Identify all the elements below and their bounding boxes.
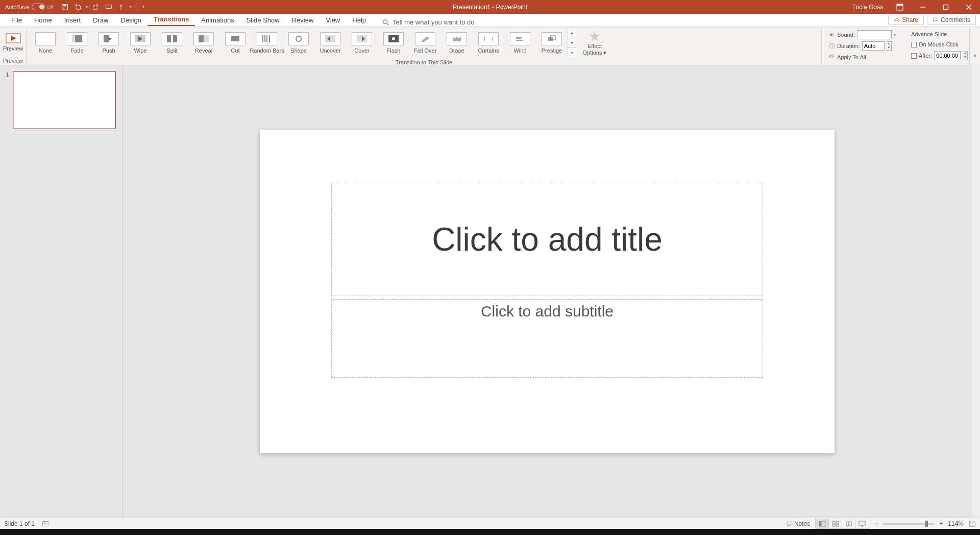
svg-marker-39	[590, 31, 600, 41]
title-placeholder[interactable]: Click to add title	[331, 183, 763, 296]
transition-wipe[interactable]: Wipe	[125, 28, 156, 58]
transition-fade[interactable]: Fade	[61, 28, 93, 58]
sound-control[interactable]: Sound: ▾	[829, 30, 896, 40]
transition-none[interactable]: None	[30, 28, 61, 58]
svg-rect-2	[106, 5, 111, 8]
svg-rect-7	[943, 5, 948, 9]
svg-rect-20	[167, 35, 171, 42]
on-mouse-click-checkbox[interactable]: On Mouse Click	[911, 39, 968, 50]
transition-shape[interactable]: Shape	[283, 28, 314, 58]
duration-control[interactable]: Duration: ▲▼	[829, 41, 896, 51]
comments-label: Comments	[941, 16, 970, 23]
vertical-scrollbar[interactable]	[972, 65, 980, 518]
apply-to-all-button[interactable]: Apply To All	[829, 52, 896, 62]
fit-to-window-icon[interactable]	[969, 520, 976, 527]
duration-spinner[interactable]: ▲▼	[887, 41, 892, 51]
transition-flash[interactable]: Flash	[378, 28, 409, 58]
gallery-down-icon[interactable]: ▼	[568, 38, 576, 48]
collapse-ribbon-icon[interactable]: ˄	[970, 27, 980, 65]
transition-cover[interactable]: Cover	[346, 28, 378, 58]
comments-button[interactable]: Comments	[927, 15, 976, 25]
svg-rect-49	[832, 524, 835, 526]
preview-button[interactable]: Preview	[3, 33, 23, 52]
svg-rect-24	[231, 36, 239, 41]
svg-point-35	[392, 37, 395, 40]
transition-reveal[interactable]: Reveal	[188, 28, 219, 58]
minimize-icon[interactable]	[911, 0, 934, 14]
slide-canvas-area[interactable]: Click to add title Click to add subtitle	[122, 65, 972, 518]
transition-uncover[interactable]: Uncover	[314, 28, 346, 58]
slideshow-icon[interactable]	[105, 4, 112, 11]
tab-animations[interactable]: Animations	[195, 14, 240, 26]
tab-slideshow[interactable]: Slide Show	[240, 14, 286, 26]
svg-rect-46	[821, 521, 825, 526]
zoom-out-icon[interactable]: −	[874, 520, 878, 527]
redo-icon[interactable]	[93, 4, 100, 11]
tab-review[interactable]: Review	[286, 14, 320, 26]
window-title: Presentation1 - PowerPoint	[453, 4, 527, 11]
toggle-off-icon	[32, 4, 45, 10]
slide-underline	[13, 131, 115, 131]
maximize-icon[interactable]	[934, 0, 957, 14]
share-icon	[894, 17, 900, 23]
autosave-state: Off	[47, 5, 53, 10]
transition-prestige[interactable]: Prestige	[536, 28, 568, 58]
slide-thumbnail-1[interactable]	[13, 71, 115, 129]
tab-insert[interactable]: Insert	[58, 14, 87, 26]
slide-sorter-icon[interactable]	[829, 519, 842, 528]
transition-wind[interactable]: Wind	[504, 28, 536, 58]
accessibility-icon[interactable]	[42, 520, 49, 527]
after-input[interactable]	[934, 51, 961, 60]
autosave-toggle[interactable]: AutoSave Off	[5, 4, 53, 10]
reading-view-icon[interactable]	[842, 519, 855, 528]
close-icon[interactable]	[957, 0, 980, 14]
sound-input[interactable]	[857, 30, 892, 39]
slideshow-view-icon[interactable]	[855, 519, 869, 528]
svg-rect-26	[264, 35, 265, 42]
tab-home[interactable]: Home	[28, 14, 58, 26]
effect-options-button[interactable]: Effect Options ▾	[580, 30, 609, 56]
svg-rect-48	[836, 521, 839, 523]
tab-file[interactable]: File	[5, 14, 28, 26]
gallery-more-icon[interactable]: ▾	[568, 48, 576, 58]
transition-drape[interactable]: Drape	[441, 28, 473, 58]
zoom-percent[interactable]: 114%	[948, 520, 964, 527]
svg-rect-23	[199, 35, 204, 42]
subtitle-placeholder[interactable]: Click to add subtitle	[331, 299, 763, 378]
undo-icon[interactable]	[74, 4, 81, 11]
tab-help[interactable]: Help	[346, 14, 372, 26]
transition-push[interactable]: Push	[93, 28, 125, 58]
ribbon-display-icon[interactable]	[888, 0, 911, 14]
preview-group-label: Preview	[0, 58, 26, 65]
svg-line-11	[387, 23, 389, 25]
gallery-up-icon[interactable]: ▲	[568, 28, 576, 38]
autosave-label: AutoSave	[5, 4, 30, 10]
normal-view-icon[interactable]	[816, 519, 829, 528]
transition-random-bars[interactable]: Random Bars	[251, 28, 283, 58]
share-button[interactable]: Share	[888, 15, 924, 25]
transition-fall-over[interactable]: Fall Over	[409, 28, 441, 58]
tab-transitions[interactable]: Transitions	[148, 13, 195, 26]
user-name[interactable]: Tricia Goss	[847, 4, 888, 11]
save-icon[interactable]	[61, 4, 68, 11]
tab-design[interactable]: Design	[115, 14, 148, 26]
after-checkbox[interactable]: After: ▲▼	[911, 51, 968, 61]
transition-curtains[interactable]: Curtains	[473, 28, 504, 58]
after-spinner[interactable]: ▲▼	[963, 51, 968, 60]
tab-view[interactable]: View	[320, 14, 346, 26]
tab-draw[interactable]: Draw	[87, 14, 114, 26]
thumbnails-pane: 1	[0, 65, 122, 518]
transition-split[interactable]: Split	[156, 28, 188, 58]
tell-me-search[interactable]: Tell me what you want to do	[382, 18, 474, 26]
thumbnail-number: 1	[4, 71, 9, 129]
menu-bar: File Home Insert Draw Design Transitions…	[0, 14, 980, 27]
duration-input[interactable]	[862, 41, 885, 51]
transition-cut[interactable]: Cut	[219, 28, 251, 58]
notes-button[interactable]: Notes	[786, 520, 810, 527]
tell-me-label: Tell me what you want to do	[393, 18, 474, 26]
title-bar: AutoSave Off ▾ ▾ ▾ Presentation1 - Power…	[0, 0, 980, 14]
checkbox-icon	[911, 53, 917, 59]
touch-mode-icon[interactable]	[117, 4, 125, 11]
zoom-in-icon[interactable]: +	[939, 520, 943, 527]
zoom-slider[interactable]	[883, 523, 934, 525]
